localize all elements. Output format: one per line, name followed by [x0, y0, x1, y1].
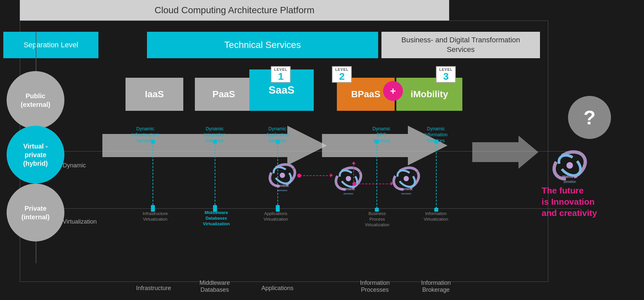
separation-level-box: Separation Level — [3, 32, 98, 58]
public-label: Public(external) — [20, 92, 50, 109]
svg-point-9 — [346, 176, 351, 181]
svg-text:meninx: meninx — [342, 187, 355, 191]
svg-text:meninx: meninx — [562, 174, 577, 179]
saas-label: SaaS — [268, 84, 294, 96]
future-text: The futureis Innovationand creativity — [542, 185, 624, 219]
far-right-arrow — [472, 136, 538, 169]
private-label: Private(internal) — [21, 204, 50, 221]
technical-services-label: Technical Services — [224, 40, 301, 50]
svg-point-19 — [566, 162, 573, 169]
meninx-logo-applications: meninx semelon — [264, 159, 301, 192]
svg-marker-22 — [472, 136, 538, 169]
level3-badge: LEVEL 3 — [436, 66, 456, 83]
level3-number: 3 — [443, 71, 449, 81]
virtualization-label: Virtualization — [63, 218, 97, 225]
svg-point-4 — [280, 173, 285, 178]
svg-text:semelon: semelon — [343, 192, 353, 195]
imobility-label: iMobility — [411, 89, 448, 100]
question-circle: ? — [568, 96, 611, 139]
svg-text:meninx: meninx — [276, 184, 289, 188]
business-services-box: Business- and Digital TransformationServ… — [381, 32, 540, 58]
meninx-logo-info: meninx semelon — [388, 162, 424, 195]
info-virt-dot — [434, 208, 438, 212]
level2-badge: LEVEL 2 — [332, 66, 352, 83]
middleware-virt-label: MiddlewareDatabasesVirtualization — [195, 210, 238, 227]
virtual-private-label: Virtual -private(hybrid) — [23, 142, 48, 168]
middleware-virt-dot — [213, 208, 217, 212]
business-services-label: Business- and Digital TransformationServ… — [401, 35, 520, 54]
main-container: Cloud Computing Architecture Platform Se… — [0, 0, 644, 300]
pink-dashed-1 — [300, 175, 331, 176]
level2-number: 2 — [339, 71, 345, 81]
infra-dashed-line — [153, 142, 153, 208]
level1-number: 1 — [278, 71, 284, 81]
dyn-bpo-label: DynamicBPOServices — [362, 126, 401, 144]
pink-up-line — [353, 164, 354, 182]
meninx-logo-bpaas: meninx semelon — [330, 162, 367, 195]
iaas-box: IaaS — [125, 78, 183, 111]
infrastructure-bottom-label: Infrastructure — [132, 285, 175, 292]
bpo-dot-top — [375, 140, 379, 144]
middleware-db-bottom-label: MiddlewareDatabases — [190, 279, 239, 293]
imobility-box: iMobility — [396, 78, 462, 111]
pink-dot-2 — [352, 182, 356, 186]
pink-arrow-1 — [330, 173, 333, 177]
svg-text:semelon: semelon — [563, 180, 576, 184]
info-brokerage-bottom-label: InformationBrokerage — [410, 279, 462, 293]
business-process-virt-label: BusinessProcessVirtualization — [357, 211, 397, 228]
infra-virt-label: InfrastructureVirtualization — [137, 211, 173, 222]
plus-circle: + — [383, 81, 403, 101]
question-mark: ? — [584, 106, 596, 129]
dyn-infra-label: DynamicInfrastructureservices — [125, 126, 165, 144]
pink-arrow-2 — [391, 182, 393, 186]
paas-label: PaaS — [212, 89, 235, 100]
applications-bottom-label: Applications — [254, 285, 301, 292]
applications-virt-label: ApplicationsVirtualization — [256, 211, 296, 222]
meninx-brand-right: meninx semelon — [548, 147, 591, 185]
plus-symbol: + — [390, 85, 396, 97]
svg-point-14 — [404, 176, 409, 181]
separation-level-label: Separation Level — [23, 41, 78, 49]
svg-text:semelon: semelon — [277, 189, 287, 192]
bpaas-label: BPaaS — [351, 89, 380, 100]
pink-dashed-2 — [355, 184, 391, 184]
pink-dot-1 — [297, 174, 301, 178]
info-dot-top — [434, 140, 438, 144]
circle-private: Private(internal) — [7, 184, 64, 241]
bpo-dashed-line — [376, 142, 377, 208]
bpo-virt-dot — [375, 208, 379, 212]
svg-text:semelon: semelon — [401, 192, 411, 195]
pink-arrow-up — [352, 161, 356, 164]
technical-services-box: Technical Services — [147, 32, 378, 58]
level1-badge: LEVEL 1 — [271, 66, 291, 83]
info-processes-bottom-label: InformationProcesses — [350, 279, 400, 293]
applications-dot-top — [276, 140, 280, 144]
infra-dot-top — [151, 140, 155, 144]
banner-title: Cloud Computing Architecture Platform — [155, 5, 314, 16]
middleware-dot-top — [213, 140, 217, 144]
circle-virtual-private: Virtual -private(hybrid) — [7, 126, 64, 184]
top-banner: Cloud Computing Architecture Platform — [20, 0, 449, 21]
middleware-dashed-line — [215, 142, 215, 208]
applications-virt-dot — [276, 208, 280, 212]
horizontal-line-virtualization — [36, 208, 581, 209]
svg-text:meninx: meninx — [400, 187, 413, 191]
iaas-label: IaaS — [145, 89, 164, 100]
infra-virt-dot — [151, 208, 155, 212]
paas-box: PaaS — [195, 78, 253, 111]
dynamic-label: Dynamic — [63, 162, 86, 169]
info-dashed-line — [436, 142, 437, 208]
circle-public: Public(external) — [7, 71, 64, 129]
info-virt-label: InformationVirtualization — [416, 211, 456, 222]
